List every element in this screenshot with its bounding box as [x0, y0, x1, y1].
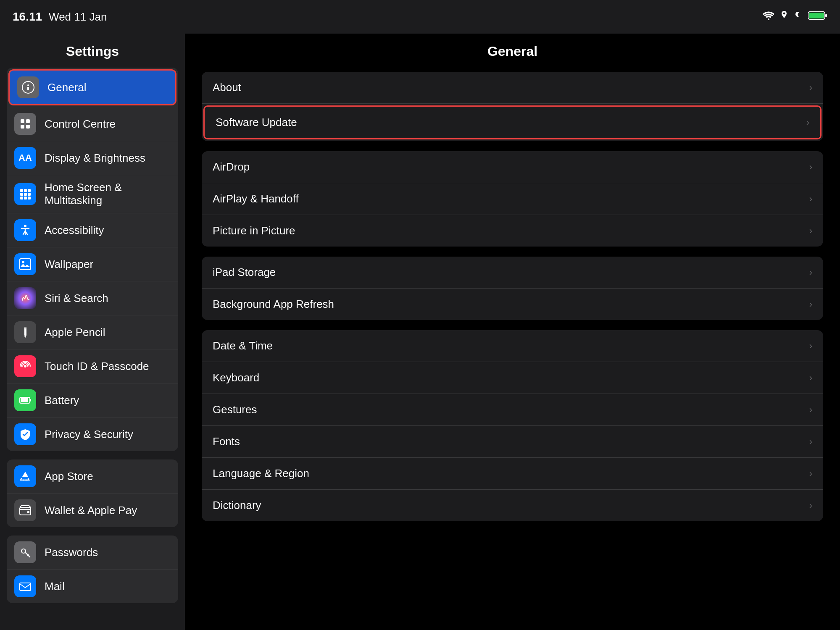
content-item-airplay[interactable]: AirPlay & Handoff ›	[202, 183, 823, 215]
general-icon	[17, 76, 39, 98]
airdrop-label: AirDrop	[213, 160, 250, 173]
content-item-about[interactable]: About ›	[202, 72, 823, 104]
svg-rect-32	[27, 554, 29, 556]
sidebar-item-apple-pencil[interactable]: Apple Pencil	[7, 315, 178, 349]
moon-icon	[794, 11, 802, 23]
sidebar-item-passwords[interactable]: Passwords	[7, 536, 178, 570]
sidebar-item-accessibility[interactable]: Accessibility	[7, 213, 178, 247]
wallet-icon	[14, 499, 36, 521]
content-item-gestures[interactable]: Gestures ›	[202, 394, 823, 426]
sidebar-item-privacy[interactable]: Privacy & Security	[7, 417, 178, 451]
sidebar-item-home-screen[interactable]: Home Screen & Multitasking	[7, 175, 178, 213]
apple-pencil-icon	[14, 321, 36, 343]
status-date: Wed 11 Jan	[49, 10, 107, 24]
svg-rect-23	[24, 327, 26, 328]
app-store-label: App Store	[45, 470, 93, 483]
software-update-chevron: ›	[806, 117, 809, 128]
siri-label: Siri & Search	[45, 292, 108, 305]
svg-rect-10	[24, 189, 27, 192]
content-item-software-update[interactable]: Software Update ›	[203, 105, 822, 139]
svg-rect-33	[20, 583, 31, 591]
sidebar-item-touch-id[interactable]: Touch ID & Passcode	[7, 349, 178, 383]
mail-label: Mail	[45, 580, 65, 593]
svg-rect-29	[20, 507, 31, 515]
content-item-date-time[interactable]: Date & Time ›	[202, 330, 823, 362]
control-centre-label: Control Centre	[45, 118, 116, 131]
home-screen-icon	[14, 183, 36, 205]
app-store-icon	[14, 465, 36, 487]
svg-point-0	[768, 18, 769, 20]
sidebar-item-wallpaper[interactable]: Wallpaper	[7, 247, 178, 281]
svg-rect-6	[26, 119, 30, 123]
content-item-language-region[interactable]: Language & Region ›	[202, 458, 823, 490]
ipad-storage-chevron: ›	[809, 267, 812, 278]
content-item-ipad-storage[interactable]: iPad Storage ›	[202, 257, 823, 289]
sidebar-item-general[interactable]: General	[8, 69, 176, 105]
about-label: About	[213, 81, 241, 94]
svg-rect-8	[26, 125, 30, 129]
sidebar-item-wallet[interactable]: Wallet & Apple Pay	[7, 494, 178, 527]
sidebar-item-display[interactable]: AA Display & Brightness	[7, 141, 178, 175]
svg-rect-30	[27, 511, 29, 513]
date-time-chevron: ›	[809, 341, 812, 352]
background-refresh-chevron: ›	[809, 299, 812, 310]
wifi-icon	[763, 11, 774, 23]
airplay-chevron: ›	[809, 194, 812, 205]
svg-rect-11	[28, 189, 31, 192]
sidebar-item-siri[interactable]: Siri & Search	[7, 281, 178, 315]
touch-id-icon	[14, 355, 36, 377]
svg-point-31	[21, 549, 26, 553]
sidebar-item-battery[interactable]: Battery	[7, 383, 178, 417]
content-item-airdrop[interactable]: AirDrop ›	[202, 151, 823, 183]
svg-point-18	[24, 225, 26, 227]
svg-rect-5	[21, 119, 24, 123]
content-item-fonts[interactable]: Fonts ›	[202, 426, 823, 458]
battery-sidebar-icon	[14, 389, 36, 411]
background-refresh-label: Background App Refresh	[213, 298, 334, 311]
keyboard-chevron: ›	[809, 373, 812, 383]
status-bar: 16.11 Wed 11 Jan	[0, 0, 840, 34]
accessibility-icon	[14, 219, 36, 241]
content-section-top: About › Software Update ›	[202, 72, 823, 141]
main-container: Settings General	[0, 34, 840, 630]
privacy-icon	[14, 423, 36, 445]
sidebar-item-control-centre[interactable]: Control Centre	[7, 107, 178, 141]
svg-point-19	[22, 261, 24, 263]
content-item-dictionary[interactable]: Dictionary ›	[202, 490, 823, 521]
svg-rect-13	[24, 193, 27, 196]
language-region-chevron: ›	[809, 468, 812, 479]
sidebar-item-mail[interactable]: Mail	[7, 570, 178, 603]
content-item-keyboard[interactable]: Keyboard ›	[202, 362, 823, 394]
sidebar-item-app-store[interactable]: App Store	[7, 459, 178, 494]
fonts-label: Fonts	[213, 435, 240, 448]
content-item-pip[interactable]: Picture in Picture ›	[202, 215, 823, 247]
svg-rect-7	[21, 125, 24, 129]
location-icon	[780, 11, 788, 23]
content-item-background-refresh[interactable]: Background App Refresh ›	[202, 289, 823, 320]
about-chevron: ›	[809, 82, 812, 93]
svg-rect-20	[20, 259, 31, 270]
gestures-label: Gestures	[213, 403, 257, 416]
svg-marker-22	[24, 336, 26, 338]
passwords-label: Passwords	[45, 546, 98, 559]
battery-icon	[808, 11, 827, 23]
svg-point-24	[24, 365, 26, 368]
sidebar: Settings General	[0, 34, 185, 630]
mail-icon	[14, 575, 36, 597]
keyboard-label: Keyboard	[213, 371, 259, 384]
passwords-icon	[14, 541, 36, 563]
software-update-label: Software Update	[216, 116, 297, 129]
wallet-label: Wallet & Apple Pay	[45, 504, 137, 517]
touch-id-label: Touch ID & Passcode	[45, 360, 149, 373]
gestures-chevron: ›	[809, 404, 812, 415]
svg-rect-3	[825, 14, 827, 17]
control-centre-icon	[14, 113, 36, 135]
airdrop-chevron: ›	[809, 162, 812, 173]
home-screen-label: Home Screen & Multitasking	[45, 181, 171, 207]
svg-rect-17	[28, 197, 31, 200]
content-section-storage: iPad Storage › Background App Refresh ›	[202, 257, 823, 320]
svg-rect-12	[20, 193, 23, 196]
svg-rect-2	[809, 13, 824, 18]
status-right	[763, 11, 827, 23]
svg-rect-16	[24, 197, 27, 200]
